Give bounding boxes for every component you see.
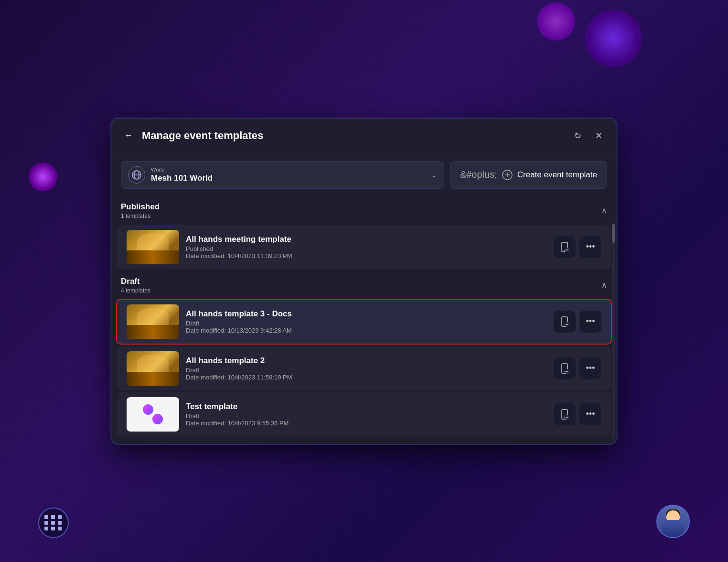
template-name: Test template bbox=[186, 402, 547, 411]
grid-dot bbox=[58, 521, 62, 525]
draft-section-header: Draft 4 templates ∧ bbox=[111, 271, 617, 298]
close-button[interactable]: ✕ bbox=[590, 127, 607, 144]
template-publish-button-test[interactable] bbox=[554, 403, 576, 425]
template-item-test-template[interactable]: Test template Draft Date modified: 10/4/… bbox=[117, 392, 611, 436]
template-publish-button-all-hands-3-docs[interactable] bbox=[554, 311, 576, 333]
template-status: Published bbox=[186, 245, 547, 252]
draft-collapse-button[interactable]: ∧ bbox=[601, 281, 607, 290]
template-status: Draft bbox=[186, 412, 547, 420]
arch-thumbnail-2 bbox=[127, 304, 179, 339]
back-button[interactable]: ← bbox=[121, 128, 136, 143]
bg-decoration-2 bbox=[537, 2, 575, 41]
template-item-all-hands-meeting[interactable]: All hands meeting template Published Dat… bbox=[117, 225, 611, 269]
template-item-all-hands-3-docs[interactable]: All hands template 3 - Docs Draft Date m… bbox=[116, 299, 612, 345]
template-date: Date modified: 10/4/2023 11:59:19 PM bbox=[186, 374, 547, 381]
template-more-button-all-hands-2[interactable]: ••• bbox=[579, 357, 601, 379]
template-actions-all-hands-meeting: ••• bbox=[554, 236, 601, 258]
template-more-button-all-hands-3-docs[interactable]: ••• bbox=[579, 311, 601, 333]
template-more-button-test[interactable]: ••• bbox=[579, 403, 601, 425]
template-info-all-hands-3-docs: All hands template 3 - Docs Draft Date m… bbox=[186, 309, 547, 334]
more-options-icon-2: ••• bbox=[586, 316, 595, 326]
template-thumbnail-all-hands-2 bbox=[127, 351, 179, 386]
arch-thumbnail-3 bbox=[127, 351, 179, 386]
template-thumbnail-test bbox=[127, 397, 179, 432]
world-info: World Mesh 101 World bbox=[151, 167, 431, 183]
ms-logo bbox=[141, 402, 165, 426]
world-icon bbox=[128, 166, 145, 184]
grid-dot bbox=[44, 521, 48, 525]
more-options-icon-3: ••• bbox=[586, 363, 595, 373]
template-name: All hands meeting template bbox=[186, 235, 547, 244]
bg-decoration-1 bbox=[585, 10, 642, 67]
grid-dot bbox=[58, 527, 62, 530]
world-label: World bbox=[151, 167, 431, 173]
phone-minus-icon-4 bbox=[560, 409, 569, 420]
grid-dot bbox=[51, 527, 55, 530]
world-name: Mesh 101 World bbox=[151, 173, 431, 183]
grid-dot bbox=[51, 515, 55, 519]
template-date: Date modified: 10/4/2023 11:39:23 PM bbox=[186, 252, 547, 259]
test-thumbnail bbox=[127, 397, 179, 432]
refresh-button[interactable]: ↻ bbox=[569, 127, 586, 144]
grid-dot bbox=[44, 515, 48, 519]
template-more-button-all-hands-meeting[interactable]: ••• bbox=[579, 236, 601, 258]
dialog-header: ← Manage event templates ↻ ✕ bbox=[111, 119, 617, 153]
apps-button[interactable] bbox=[38, 508, 69, 538]
more-options-icon: ••• bbox=[586, 242, 595, 252]
close-icon: ✕ bbox=[595, 130, 602, 141]
header-actions: ↻ ✕ bbox=[569, 127, 607, 144]
phone-minus-icon-3 bbox=[560, 363, 569, 374]
scrollbar-thumb[interactable] bbox=[612, 224, 615, 243]
dialog-title: Manage event templates bbox=[142, 130, 569, 142]
world-selector[interactable]: World Mesh 101 World ⌄ bbox=[121, 161, 444, 189]
template-date: Date modified: 10/13/2023 9:42:28 AM bbox=[186, 327, 547, 334]
template-actions-all-hands-3-docs: ••• bbox=[554, 311, 601, 333]
draft-title: Draft bbox=[121, 277, 150, 286]
draft-count: 4 templates bbox=[121, 287, 150, 294]
template-status: Draft bbox=[186, 367, 547, 374]
circle-plus-icon bbox=[502, 170, 513, 180]
phone-minus-icon-2 bbox=[560, 316, 569, 327]
back-icon: ← bbox=[124, 130, 133, 140]
chevron-down-icon: ⌄ bbox=[431, 171, 437, 179]
more-options-icon-4: ••• bbox=[586, 409, 595, 419]
template-publish-button-all-hands-2[interactable] bbox=[554, 357, 576, 379]
phone-minus-icon bbox=[560, 242, 569, 252]
published-section-header: Published 1 templates ∧ bbox=[111, 196, 617, 223]
arch-thumbnail bbox=[127, 230, 179, 264]
phone-icon-wrap bbox=[560, 242, 569, 252]
avatar-figure bbox=[657, 506, 689, 537]
user-avatar-button[interactable] bbox=[656, 505, 690, 538]
template-date: Date modified: 10/4/2023 9:55:36 PM bbox=[186, 420, 547, 427]
template-info-all-hands-meeting: All hands meeting template Published Dat… bbox=[186, 235, 547, 259]
template-thumbnail-all-hands-3-docs bbox=[127, 304, 179, 339]
published-title: Published bbox=[121, 202, 160, 212]
selector-row: World Mesh 101 World ⌄ &#oplus; Create e… bbox=[111, 153, 617, 196]
template-publish-button-all-hands-meeting[interactable] bbox=[554, 236, 576, 258]
grid-dot bbox=[51, 521, 55, 525]
grid-icon bbox=[44, 515, 63, 530]
template-info-test-template: Test template Draft Date modified: 10/4/… bbox=[186, 402, 547, 427]
template-actions-all-hands-2: ••• bbox=[554, 357, 601, 379]
refresh-icon: ↻ bbox=[574, 130, 581, 141]
grid-dot bbox=[58, 515, 62, 519]
grid-dot bbox=[44, 527, 48, 530]
template-actions-test-template: ••• bbox=[554, 403, 601, 425]
create-button-label: Create event template bbox=[517, 170, 597, 180]
manage-templates-dialog: ← Manage event templates ↻ ✕ World bbox=[111, 118, 617, 444]
template-name: All hands template 3 - Docs bbox=[186, 309, 547, 319]
template-thumbnail-all-hands-meeting bbox=[127, 230, 179, 264]
template-info-all-hands-2: All hands template 2 Draft Date modified… bbox=[186, 356, 547, 381]
create-event-template-button[interactable]: &#oplus; Create event template bbox=[450, 161, 607, 189]
template-status: Draft bbox=[186, 320, 547, 327]
published-collapse-button[interactable]: ∧ bbox=[601, 206, 607, 215]
scrollbar-track[interactable] bbox=[612, 224, 615, 439]
avatar-body bbox=[662, 520, 684, 537]
plus-icon: &#oplus; bbox=[460, 169, 497, 180]
template-name: All hands template 2 bbox=[186, 356, 547, 366]
bg-decoration-3 bbox=[29, 162, 57, 191]
template-item-all-hands-2[interactable]: All hands template 2 Draft Date modified… bbox=[117, 346, 611, 390]
published-count: 1 templates bbox=[121, 213, 160, 219]
